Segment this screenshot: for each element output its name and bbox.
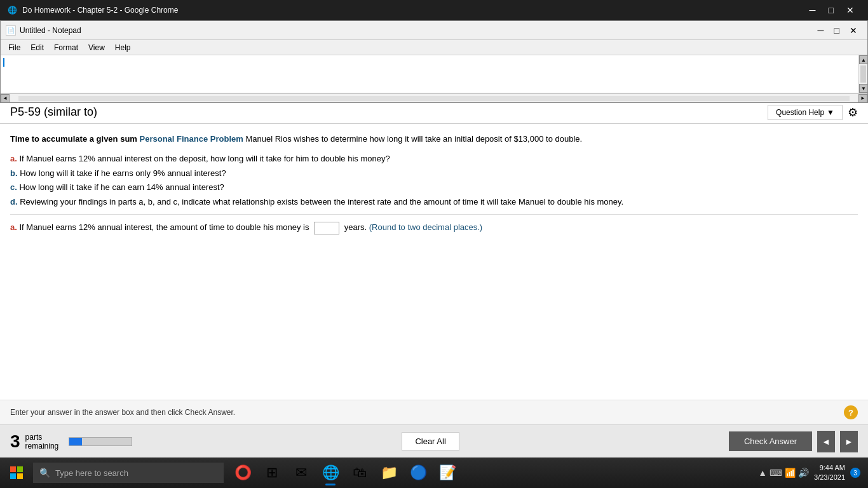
chrome-tab-title: Do Homework - Chapter 5-2 - Google Chrom… bbox=[22, 6, 178, 15]
chrome-titlebar: 🌐 Do Homework - Chapter 5-2 - Google Chr… bbox=[0, 0, 868, 20]
chrome-tab-icon: 🌐 bbox=[8, 6, 17, 15]
maximize-button[interactable]: □ bbox=[822, 0, 840, 20]
minimize-button[interactable]: ─ bbox=[803, 0, 822, 20]
chrome-window-controls: ─ □ ✕ bbox=[803, 0, 860, 20]
close-button[interactable]: ✕ bbox=[840, 0, 860, 20]
chrome-titlebar-left: 🌐 Do Homework - Chapter 5-2 - Google Chr… bbox=[8, 6, 178, 15]
